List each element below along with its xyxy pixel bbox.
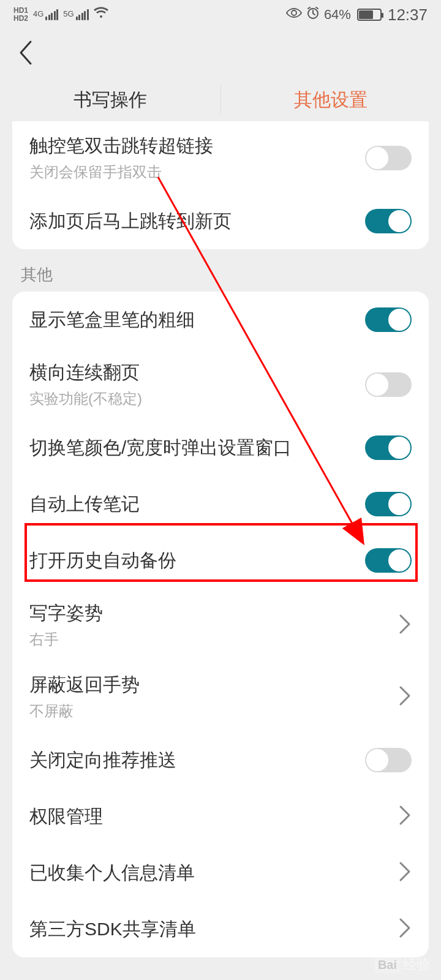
row-subtitle: 右手 [29, 630, 398, 649]
battery-icon [357, 9, 382, 21]
toggle-auto-upload[interactable] [365, 492, 412, 516]
watermark: Bai 经验 [374, 956, 430, 974]
chevron-right-icon [398, 685, 412, 709]
row-title: 打开历史自动备份 [29, 548, 365, 573]
toggle-horizontal-flip[interactable] [365, 372, 412, 397]
status-bar: HD1 HD2 4G 5G 64% 12:37 [0, 0, 441, 29]
row-title: 切换笔颜色/宽度时弹出设置窗口 [29, 435, 365, 461]
wifi-icon [94, 7, 108, 23]
toggle-color-popup[interactable] [365, 435, 412, 460]
row-collected-info[interactable]: 已收集个人信息清单 [12, 845, 429, 901]
row-title: 第三方SDK共享清单 [29, 917, 398, 942]
chevron-right-icon [398, 861, 412, 884]
tab-label: 书写操作 [74, 88, 147, 113]
row-subtitle: 不屏蔽 [29, 701, 398, 721]
chevron-right-icon [398, 918, 412, 941]
toggle-stylus-doubletap[interactable] [365, 146, 412, 170]
row-title: 触控笔双击跳转超链接 [29, 134, 365, 159]
tab-label: 其他设置 [294, 88, 368, 113]
row-disable-targeted-push[interactable]: 关闭定向推荐推送 [12, 732, 429, 788]
row-title: 屏蔽返回手势 [29, 673, 398, 698]
row-subtitle: 关闭会保留手指双击 [29, 162, 365, 182]
chevron-right-icon [398, 614, 412, 637]
row-horizontal-flip[interactable]: 横向连续翻页 实验功能(不稳定) [12, 348, 429, 420]
row-history-backup[interactable]: 打开历史自动备份 [12, 532, 429, 589]
chevron-right-icon [398, 805, 412, 828]
tab-other-settings[interactable]: 其他设置 [221, 78, 442, 121]
row-stylus-doubletap[interactable]: 触控笔双击跳转超链接 关闭会保留手指双击 [12, 121, 429, 193]
row-subtitle: 实验功能(不稳定) [29, 389, 365, 409]
toggle-show-pen-thickness[interactable] [365, 307, 412, 332]
navigation-bar [0, 29, 441, 78]
tab-writing-operations[interactable]: 书写操作 [0, 78, 221, 121]
toggle-history-backup[interactable] [365, 548, 412, 573]
toggle-disable-targeted-push[interactable] [365, 748, 412, 772]
row-jump-newpage[interactable]: 添加页后马上跳转到新页 [12, 193, 429, 249]
row-title: 添加页后马上跳转到新页 [29, 209, 365, 234]
settings-card-other: 显示笔盒里笔的粗细 横向连续翻页 实验功能(不稳定) 切换笔颜色/宽度时弹出设置… [12, 292, 429, 957]
toggle-jump-newpage[interactable] [365, 209, 412, 233]
row-show-pen-thickness[interactable]: 显示笔盒里笔的粗细 [12, 292, 429, 348]
row-title: 横向连续翻页 [29, 360, 365, 385]
row-title: 权限管理 [29, 804, 398, 829]
row-auto-upload[interactable]: 自动上传笔记 [12, 476, 429, 532]
row-third-party-sdk[interactable]: 第三方SDK共享清单 [12, 901, 429, 957]
section-header-other: 其他 [0, 249, 441, 292]
signal-5g: 5G [63, 9, 88, 20]
row-title: 显示笔盒里笔的粗细 [29, 307, 365, 333]
hd-badge: HD1 HD2 [13, 7, 28, 23]
row-title: 已收集个人信息清单 [29, 861, 398, 886]
tab-bar: 书写操作 其他设置 [0, 78, 441, 121]
battery-text: 64% [324, 7, 351, 23]
row-title: 关闭定向推荐推送 [29, 748, 365, 773]
row-color-popup[interactable]: 切换笔颜色/宽度时弹出设置窗口 [12, 420, 429, 476]
eye-icon [286, 7, 302, 23]
row-title: 写字姿势 [29, 601, 398, 626]
row-permissions[interactable]: 权限管理 [12, 788, 429, 845]
settings-card: 触控笔双击跳转超链接 关闭会保留手指双击 添加页后马上跳转到新页 [12, 121, 429, 249]
alarm-icon [306, 6, 320, 24]
row-title: 自动上传笔记 [29, 492, 365, 517]
row-writing-posture[interactable]: 写字姿势 右手 [12, 589, 429, 660]
signal-4g: 4G [33, 9, 58, 20]
back-button[interactable] [17, 39, 36, 69]
row-block-back-gesture[interactable]: 屏蔽返回手势 不屏蔽 [12, 660, 429, 732]
clock: 12:37 [388, 6, 428, 24]
